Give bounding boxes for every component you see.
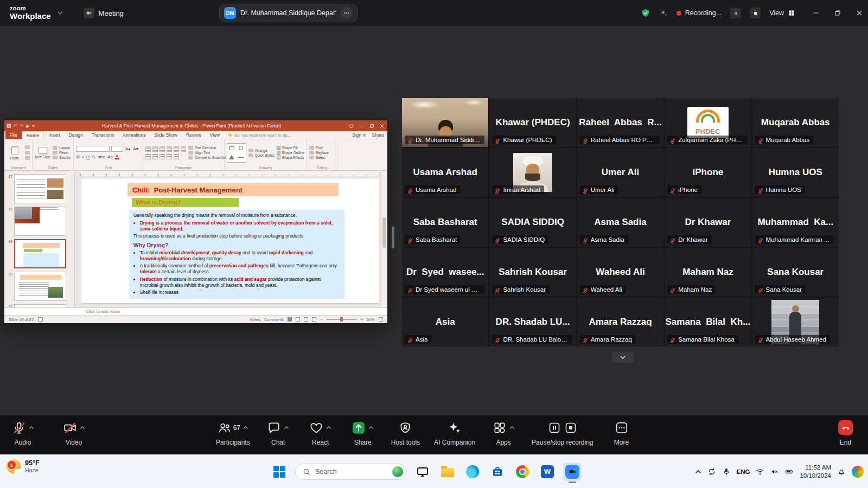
participant-tile[interactable]: Sahrish KousarSahrish Kousar [489,248,576,297]
volume-muted-icon[interactable] [770,467,779,476]
font-style-6[interactable]: A [115,154,119,159]
tell-me-box[interactable]: Tell me what you want to do... [228,131,291,139]
font-style-2[interactable]: U [86,155,90,159]
participant-tile[interactable]: Sana KousarSana Kousar [752,248,839,297]
grow-font-icon[interactable]: A▴ [125,146,131,151]
ppt-restore-button[interactable] [369,124,374,129]
slides-item-layout[interactable]: Layout [53,146,71,150]
caret-up-icon[interactable] [29,426,34,429]
search-highlight-icon[interactable] [392,466,403,477]
zoom-slider[interactable] [327,319,357,320]
scrollbar-thumb[interactable] [382,217,386,248]
notes-pane[interactable]: Click to add notes [4,307,387,315]
edge-button[interactable] [463,463,482,481]
toolbar-apps-button[interactable]: Apps [489,420,518,446]
end-button[interactable]: End [838,420,853,446]
participant-tile[interactable]: Dr KhawarDr Khawar [665,198,751,247]
copilot-icon[interactable] [852,466,864,478]
font-size-box[interactable] [111,146,123,152]
maximize-button[interactable] [834,10,841,16]
participant-tile[interactable]: PHDECZulqarnain Zaka (PHD... [665,98,751,147]
participant-tile[interactable]: AsiaAsia [402,298,488,346]
ppt-tab-view[interactable]: View [206,131,224,139]
redo-icon[interactable]: ↷ [20,124,24,129]
spellcheck-icon[interactable] [38,317,43,322]
toolbar-video-button[interactable]: Video [60,420,88,446]
alignment-icon[interactable] [159,154,165,159]
tab-meeting[interactable]: Meeting [84,8,124,18]
caret-up-icon[interactable] [80,426,85,429]
sync-icon[interactable] [707,467,716,476]
store-button[interactable] [488,463,507,481]
stop-recording-button[interactable] [750,8,761,18]
participant-tile[interactable]: SADIA SIDDIQSADIA SIDDIQ [489,198,576,247]
ppt-tab-insert[interactable]: Insert [44,131,64,139]
editing-item-select[interactable]: Select [309,156,329,159]
start-slideshow-icon[interactable]: ▶ [26,124,29,129]
reading-view-icon[interactable] [304,317,308,322]
ppt-tab-transitions[interactable]: Transitions [87,131,118,139]
font-style-0[interactable]: B [76,155,80,159]
paragraph-item[interactable]: Text Direction [188,146,226,150]
participant-tile[interactable]: Samana Bilal Kh...Samana Bilal Khosa [665,298,751,346]
taskbar-search[interactable]: Search [295,464,407,480]
paragraph-item[interactable]: Align Text [188,151,226,155]
undo-icon[interactable]: ↶ [14,124,17,129]
editing-item-find[interactable]: Find [309,146,329,150]
shape-style-item[interactable]: Shape Fill [277,146,304,150]
fit-slide-icon[interactable] [379,317,383,322]
participant-tile[interactable]: Dr Syed wasee...Dr Syed waseem ul ha... [402,248,488,297]
wifi-icon[interactable] [756,467,764,476]
slides-item-reset[interactable]: Reset [53,151,71,155]
alignment-icon[interactable] [152,154,158,159]
participant-tile[interactable]: Asma SadiaAsma Sadia [577,198,663,247]
meeting-options-button[interactable] [341,7,353,19]
participant-tile[interactable]: Abdul Haseeb Ahmed [752,298,839,346]
participant-tile[interactable]: Umer AliUmer Ali [577,148,663,197]
zoom-slider-thumb[interactable] [340,317,343,322]
panel-resize-handle[interactable] [392,227,394,248]
toolbar-pause-stop-recording-button[interactable]: Pause/stop recording [532,420,593,446]
workspace-chevron-icon[interactable] [58,10,63,16]
slides-item-section[interactable]: Section [53,156,71,159]
slide-thumbnail-17[interactable] [14,174,66,203]
editing-item-replace[interactable]: Replace [309,151,329,155]
drawing-item[interactable]: Arrange [248,149,275,152]
caret-up-icon[interactable] [243,426,248,429]
participant-tile[interactable]: Raheel Abbas R...Raheel Abbas RO Pesh... [577,98,663,147]
paragraph-icon[interactable] [181,146,186,152]
ppt-minimize-button[interactable] [359,124,364,129]
new-slide-button[interactable]: New Slide [35,141,50,164]
normal-view-icon[interactable] [288,317,292,322]
taskbar-clock[interactable]: 11:52 AM 10/10/2024 [800,464,831,480]
shape-style-item[interactable]: Shape Outline [277,151,304,155]
task-view-button[interactable] [413,463,432,481]
alignment-icon[interactable] [174,154,179,159]
notes-toggle[interactable]: Notes [250,317,260,322]
clipboard-mini-icon[interactable] [25,145,30,149]
alignment-icon[interactable] [167,154,172,159]
sign-in-link[interactable]: Sign in [352,132,366,138]
paragraph-icon[interactable] [159,146,165,152]
slide-sorter-icon[interactable] [296,317,300,322]
taskbar-weather-widget[interactable]: 1 95°F Haze [7,459,40,473]
toolbar-more-button[interactable]: More [608,420,636,446]
slide-thumbnail-21[interactable] [14,304,66,307]
participant-tile[interactable]: Usama ArshadUsama Arshad [402,148,488,197]
view-button[interactable]: View [769,9,795,17]
font-style-1[interactable]: I [82,155,84,159]
participant-tile[interactable]: Dr. Muhammad Siddique ... [402,98,488,147]
stop-recording-icon[interactable] [564,421,577,434]
participant-tile[interactable]: Humna UOSHumna UOS [752,148,839,197]
paragraph-icon[interactable] [174,146,179,152]
slideshow-view-icon[interactable] [312,317,316,322]
font-style-3[interactable]: S [92,155,95,159]
gallery-next-page-button[interactable] [612,352,634,363]
caret-up-icon[interactable] [326,426,331,429]
pause-recording-icon[interactable] [548,421,561,434]
qat-customize-icon[interactable]: ▾ [33,124,35,129]
participant-tile[interactable]: Amara RazzaqAmara Razzaq [577,298,663,346]
caret-up-icon[interactable] [368,426,374,429]
slide-thumbnail-panel[interactable]: 1718192021 [4,171,75,307]
slide-thumbnail-20[interactable] [14,272,66,301]
